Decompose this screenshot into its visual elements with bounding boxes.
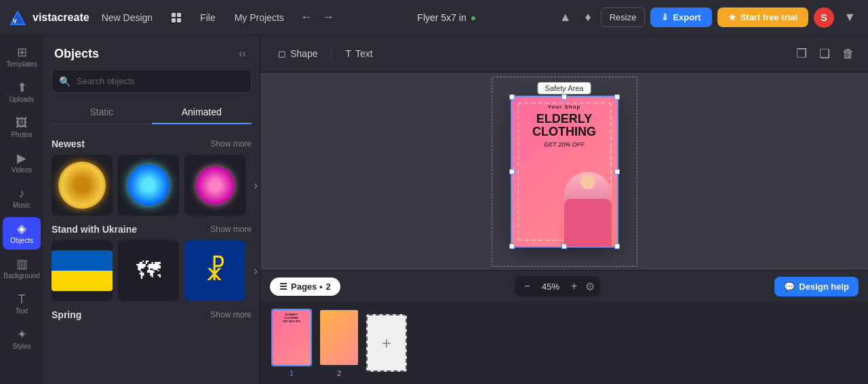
sidebar-item-background[interactable]: ▥ Background <box>3 252 41 285</box>
firework-pink-thumb[interactable] <box>184 155 245 216</box>
model-head <box>580 174 595 189</box>
ukraine-title: Stand with Ukraine <box>52 224 137 235</box>
text-label: Text <box>16 307 28 315</box>
objects-panel: Objects ‹‹ 🔍 Static Animated Newest Show… <box>43 35 260 384</box>
model-body <box>564 199 612 246</box>
zoom-value: 45% <box>538 282 563 292</box>
search-bar: 🔍 <box>52 69 252 93</box>
canvas-area: ◻ Shape T Text ❐ ❏ 🗑 Safety Area <box>260 35 868 384</box>
text-toolbar-icon: T <box>345 48 351 59</box>
grid-menu-button[interactable] <box>165 9 188 26</box>
sidebar-item-styles[interactable]: ✦ Styles <box>3 323 41 356</box>
undo-button[interactable]: ← <box>296 6 317 28</box>
sidebar-item-uploads[interactable]: ⬆ Uploads <box>3 76 41 109</box>
newest-grid: › <box>52 155 252 216</box>
canvas-toolbar: ◻ Shape T Text ❐ ❏ 🗑 <box>260 35 868 73</box>
page-thumb-1[interactable]: ELDERLYCLOTHINGGET 20% OFF 1 <box>271 309 312 377</box>
panel-header: Objects ‹‹ <box>43 35 260 69</box>
safety-area-label: Safety Area <box>538 82 591 94</box>
sidebar-item-text[interactable]: T Text <box>3 288 41 320</box>
mini-page-1-text: ELDERLYCLOTHINGGET 20% OFF <box>283 313 300 323</box>
firework-blue-thumb[interactable] <box>118 155 179 216</box>
firework-gold-thumb[interactable] <box>52 155 113 216</box>
spring-show-more[interactable]: Show more <box>210 310 252 320</box>
zoom-in-button[interactable]: + <box>567 279 581 294</box>
pages-button[interactable]: ☰ Pages • 2 <box>270 277 340 296</box>
firework-gold-image <box>58 161 106 209</box>
new-design-button[interactable]: New Design <box>95 8 159 27</box>
sidebar-item-templates[interactable]: ⊞ Templates <box>3 41 41 73</box>
firework-pink-image <box>197 167 234 204</box>
file-button[interactable]: File <box>193 8 222 27</box>
page-image-1: ELDERLYCLOTHINGGET 20% OFF <box>271 309 312 366</box>
export-button[interactable]: ⇓ Export <box>650 7 711 27</box>
pages-row: ELDERLYCLOTHINGGET 20% OFF 1 2 + <box>260 302 868 384</box>
ukraine-map-thumb[interactable]: 🗺 <box>118 240 179 301</box>
add-page-button[interactable]: + <box>366 314 407 372</box>
grid-icon <box>172 13 181 22</box>
text-button[interactable]: T Text <box>337 44 380 63</box>
page-thumb-2[interactable]: 2 <box>319 309 359 377</box>
account-chevron-icon[interactable]: ▼ <box>840 6 860 28</box>
copy-icon-button[interactable]: ❏ <box>815 42 834 65</box>
videos-icon: ▶ <box>17 152 26 164</box>
search-icon: 🔍 <box>59 76 71 87</box>
page-num-1: 1 <box>290 369 294 377</box>
ukraine-next-arrow[interactable]: › <box>251 261 260 281</box>
avatar[interactable]: S <box>814 7 834 28</box>
panel-close-button[interactable]: ‹‹ <box>236 45 249 62</box>
zoom-settings-button[interactable]: ⚙ <box>585 280 595 293</box>
ukraine-flag-thumb[interactable] <box>52 240 113 301</box>
zoom-controls: − 45% + ⚙ <box>515 276 601 296</box>
doc-headline: ELDERLY CLOTHING <box>519 113 610 140</box>
delete-icon-button[interactable]: 🗑 <box>838 42 859 65</box>
ukraine-trident-image: ☧ <box>184 240 245 301</box>
resize-button[interactable]: Resize <box>601 7 646 27</box>
videos-label: Videos <box>12 166 32 174</box>
search-input[interactable] <box>52 69 252 93</box>
expand-icon-button[interactable]: ❐ <box>792 42 811 65</box>
undo-redo-group: ← → <box>296 6 338 28</box>
page-image-2 <box>319 309 359 366</box>
trial-button[interactable]: ★ Start free trial <box>717 7 809 27</box>
doc-model-area <box>559 165 617 246</box>
tab-static[interactable]: Static <box>52 101 152 124</box>
sidebar-item-photos[interactable]: 🖼 Photos <box>3 111 41 144</box>
redo-button[interactable]: → <box>318 6 338 28</box>
templates-label: Templates <box>6 60 37 68</box>
logo-text: vistacreate <box>33 12 90 24</box>
canvas-container: Safety Area Your Shop ELDERLY CLOTHING G… <box>512 97 617 246</box>
page-num-2: 2 <box>337 369 341 377</box>
tabs: Static Animated <box>52 101 252 125</box>
panel-title: Objects <box>54 47 99 61</box>
chat-icon: 💬 <box>784 282 795 292</box>
ukraine-flag-image <box>52 250 113 291</box>
design-help-label: Design help <box>799 282 849 292</box>
svg-text:v: v <box>13 17 17 24</box>
topbar-right: ▲ ♦ Resize ⇓ Export ★ Start free trial S… <box>555 6 860 28</box>
doc-title: Flyer 5x7 in ● <box>417 12 476 23</box>
shape-button[interactable]: ◻ Shape <box>270 44 326 63</box>
my-projects-label: My Projects <box>235 12 284 23</box>
newest-title: Newest <box>52 138 85 149</box>
ukraine-show-more[interactable]: Show more <box>210 225 252 234</box>
diamond-icon-button[interactable]: ♦ <box>581 6 595 28</box>
newest-show-more[interactable]: Show more <box>210 139 252 149</box>
styles-icon: ✦ <box>17 328 27 341</box>
tab-animated[interactable]: Animated <box>152 101 252 124</box>
newest-next-arrow[interactable]: › <box>251 176 260 195</box>
sidebar-item-videos[interactable]: ▶ Videos <box>3 147 41 179</box>
canvas-document[interactable]: Your Shop ELDERLY CLOTHING GET 20% OFF <box>512 97 617 246</box>
ukraine-map-image: 🗺 <box>136 256 161 285</box>
sidebar-item-music[interactable]: ♪ Music <box>3 182 41 214</box>
my-projects-button[interactable]: My Projects <box>228 8 291 27</box>
design-help-button[interactable]: 💬 Design help <box>774 277 859 296</box>
sidebar-item-objects[interactable]: ◈ Objects <box>3 217 41 250</box>
monitor-icon-button[interactable]: ▲ <box>555 6 576 28</box>
canvas-bottom-bar: ☰ Pages • 2 − 45% + ⚙ 💬 Design help <box>260 270 868 302</box>
photos-label: Photos <box>11 131 32 138</box>
ukraine-trident-thumb[interactable]: ☧ <box>184 240 245 301</box>
pages-icon: ☰ <box>279 282 288 292</box>
canvas-wrap[interactable]: Safety Area Your Shop ELDERLY CLOTHING G… <box>260 73 868 270</box>
zoom-out-button[interactable]: − <box>520 279 534 294</box>
